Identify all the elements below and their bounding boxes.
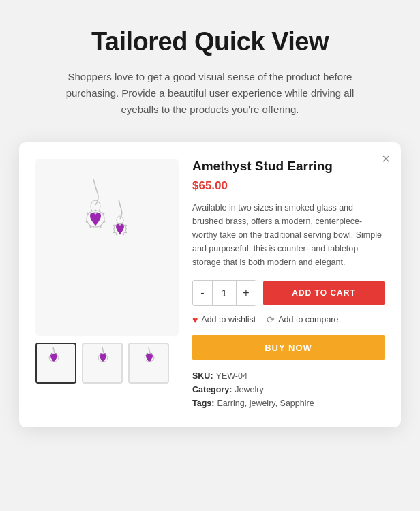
- svg-point-15: [119, 223, 121, 224]
- compare-label: Add to compare: [278, 315, 338, 324]
- product-info: Amethyst Stud Earring $65.00 Available i…: [192, 159, 385, 408]
- add-to-wishlist-link[interactable]: ♥ Add to wishlist: [192, 314, 256, 325]
- add-to-cart-button[interactable]: ADD TO CART: [263, 281, 385, 305]
- heart-icon: ♥: [192, 314, 198, 325]
- page-title: Tailored Quick View: [91, 27, 329, 57]
- thumbnail-2[interactable]: [82, 343, 123, 384]
- thumbnail-row: [35, 343, 179, 384]
- product-price: $65.00: [192, 179, 385, 193]
- svg-point-16: [125, 225, 127, 226]
- close-button[interactable]: ×: [382, 152, 390, 166]
- sku-row: SKU: YEW-04: [192, 371, 385, 381]
- thumbnail-3[interactable]: [128, 343, 169, 384]
- product-meta: SKU: YEW-04 Category: Jewelry Tags: Earr…: [192, 371, 385, 408]
- svg-point-17: [125, 232, 127, 233]
- svg-point-9: [86, 221, 88, 223]
- svg-point-5: [103, 213, 105, 215]
- svg-point-10: [87, 213, 89, 215]
- quantity-control: - +: [192, 280, 256, 306]
- svg-point-6: [104, 221, 106, 223]
- svg-point-18: [123, 234, 124, 235]
- svg-point-20: [113, 232, 115, 233]
- svg-line-0: [93, 179, 97, 191]
- category-value: Jewelry: [235, 385, 263, 394]
- category-row: Category: Jewelry: [192, 385, 385, 394]
- thumbnail-1[interactable]: [35, 343, 76, 384]
- qty-minus-button[interactable]: -: [193, 281, 212, 305]
- svg-line-24: [102, 347, 104, 353]
- svg-line-26: [149, 347, 150, 353]
- wishlist-label: Add to wishlist: [201, 315, 256, 324]
- tags-value: Earring, jewelry, Sapphire: [217, 399, 314, 408]
- product-description: Available in two sizes in smoked glass a…: [192, 201, 385, 269]
- svg-point-8: [90, 226, 92, 228]
- product-gallery: [35, 159, 179, 408]
- svg-point-19: [116, 234, 117, 235]
- qty-cart-row: - + ADD TO CART: [192, 280, 385, 306]
- modal-inner: Amethyst Stud Earring $65.00 Available i…: [35, 159, 385, 408]
- page-subtitle: Shoppers love to get a good visual sense…: [46, 69, 374, 118]
- svg-point-4: [95, 210, 97, 212]
- sku-value: YEW-04: [216, 371, 247, 381]
- buy-now-button[interactable]: BUY NOW: [192, 335, 385, 360]
- svg-line-11: [119, 200, 121, 208]
- qty-input[interactable]: [212, 281, 237, 305]
- product-name: Amethyst Stud Earring: [192, 159, 385, 174]
- quick-view-modal: ×: [19, 142, 401, 427]
- svg-point-7: [100, 226, 102, 228]
- qty-plus-button[interactable]: +: [237, 281, 256, 305]
- svg-line-22: [53, 347, 55, 353]
- sku-label: SKU:: [192, 371, 213, 381]
- refresh-icon: ⟳: [267, 314, 275, 325]
- category-label: Category:: [192, 385, 232, 394]
- tags-row: Tags: Earring, jewelry, Sapphire: [192, 399, 385, 408]
- tags-label: Tags:: [192, 399, 214, 408]
- add-to-compare-link[interactable]: ⟳ Add to compare: [267, 314, 338, 325]
- main-product-image: [35, 159, 179, 336]
- svg-point-21: [113, 225, 115, 226]
- wishlist-compare-row: ♥ Add to wishlist ⟳ Add to compare: [192, 314, 385, 325]
